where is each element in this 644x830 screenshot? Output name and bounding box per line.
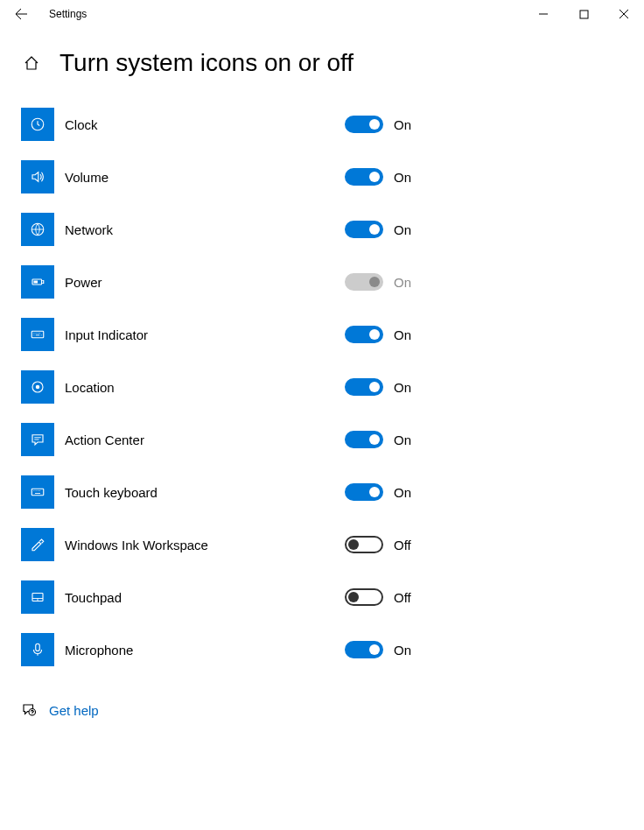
toggle-clock[interactable] <box>345 116 383 133</box>
row-label: Microphone <box>65 643 327 658</box>
row-input-indicator: Input Indicator On <box>21 308 623 361</box>
toggle-wrap: On <box>345 116 411 133</box>
state-label: On <box>394 170 411 185</box>
close-button[interactable] <box>604 0 644 28</box>
row-label: Power <box>65 275 327 290</box>
row-volume: Volume On <box>21 151 623 203</box>
toggle-wrap: On <box>345 483 411 501</box>
state-label: Off <box>394 590 411 605</box>
svg-rect-10 <box>36 644 40 651</box>
row-touchpad: Touchpad Off <box>21 571 623 623</box>
toggle-volume[interactable] <box>345 168 383 186</box>
row-clock: Clock On <box>21 98 623 151</box>
minimize-icon <box>538 9 549 19</box>
svg-rect-0 <box>580 11 588 18</box>
toggle-network[interactable] <box>345 221 383 238</box>
back-button[interactable] <box>0 0 42 28</box>
state-label: On <box>394 275 411 290</box>
row-microphone: Microphone On <box>21 623 623 676</box>
help-row: Get help <box>0 676 644 744</box>
volume-icon <box>21 160 54 193</box>
row-label: Location <box>65 380 327 395</box>
toggle-wrap: Off <box>345 588 411 606</box>
state-label: On <box>394 380 411 395</box>
touch-keyboard-icon <box>21 475 54 509</box>
row-label: Volume <box>65 170 327 185</box>
toggle-wrap: On <box>345 273 411 291</box>
get-help-link[interactable]: Get help <box>49 703 99 718</box>
toggle-wrap: Off <box>345 536 411 553</box>
clock-icon <box>21 108 54 141</box>
row-action-center: Action Center On <box>21 413 623 466</box>
page-title: Turn system icons on or off <box>60 49 354 77</box>
svg-rect-5 <box>32 331 44 338</box>
toggle-power <box>345 273 383 291</box>
help-icon <box>21 702 37 718</box>
caption-buttons <box>523 0 644 28</box>
maximize-icon <box>579 10 589 19</box>
arrow-left-icon <box>14 7 28 21</box>
row-label: Action Center <box>65 433 327 447</box>
svg-rect-4 <box>34 281 38 284</box>
power-icon <box>21 265 54 299</box>
action-center-icon <box>21 423 54 456</box>
toggle-wrap: On <box>345 641 411 658</box>
toggle-location[interactable] <box>345 378 383 396</box>
toggle-touchpad[interactable] <box>345 588 383 606</box>
toggle-wrap: On <box>345 168 411 186</box>
toggle-touch-keyboard[interactable] <box>345 483 383 501</box>
toggle-wrap: On <box>345 431 411 448</box>
app-title: Settings <box>49 8 87 20</box>
location-icon <box>21 370 54 404</box>
row-label: Network <box>65 222 327 237</box>
toggle-microphone[interactable] <box>345 641 383 658</box>
toggle-wrap: On <box>345 221 411 238</box>
row-label: Windows Ink Workspace <box>65 538 327 552</box>
network-icon <box>21 213 54 246</box>
row-network: Network On <box>21 203 623 256</box>
toggle-wrap: On <box>345 378 411 396</box>
toggle-wrap: On <box>345 326 411 343</box>
toggle-action-center[interactable] <box>345 431 383 448</box>
toggle-input-indicator[interactable] <box>345 326 383 343</box>
svg-point-7 <box>36 385 40 390</box>
row-label: Touchpad <box>65 590 327 605</box>
titlebar: Settings <box>0 0 644 28</box>
row-location: Location On <box>21 361 623 413</box>
row-label: Touch keyboard <box>65 485 327 500</box>
home-button[interactable] <box>21 53 42 74</box>
maximize-button[interactable] <box>564 0 604 28</box>
row-label: Clock <box>65 117 327 132</box>
windows-ink-icon <box>21 528 54 561</box>
close-icon <box>619 9 629 19</box>
svg-rect-8 <box>32 489 44 496</box>
minimize-button[interactable] <box>523 0 564 28</box>
row-windows-ink: Windows Ink Workspace Off <box>21 518 623 571</box>
state-label: On <box>394 485 411 500</box>
state-label: On <box>394 327 411 342</box>
state-label: On <box>394 222 411 237</box>
svg-point-12 <box>32 714 32 715</box>
row-power: Power On <box>21 256 623 308</box>
page-header: Turn system icons on or off <box>0 28 644 98</box>
state-label: Off <box>394 538 411 552</box>
touchpad-icon <box>21 580 54 614</box>
input-indicator-icon <box>21 318 54 351</box>
row-touch-keyboard: Touch keyboard On <box>21 466 623 518</box>
icon-toggle-list: Clock On Volume On Network On Power <box>0 98 644 676</box>
home-icon <box>24 55 39 71</box>
row-label: Input Indicator <box>65 327 327 342</box>
state-label: On <box>394 433 411 447</box>
state-label: On <box>394 117 411 132</box>
state-label: On <box>394 643 411 658</box>
toggle-windows-ink[interactable] <box>345 536 383 553</box>
microphone-icon <box>21 633 54 666</box>
